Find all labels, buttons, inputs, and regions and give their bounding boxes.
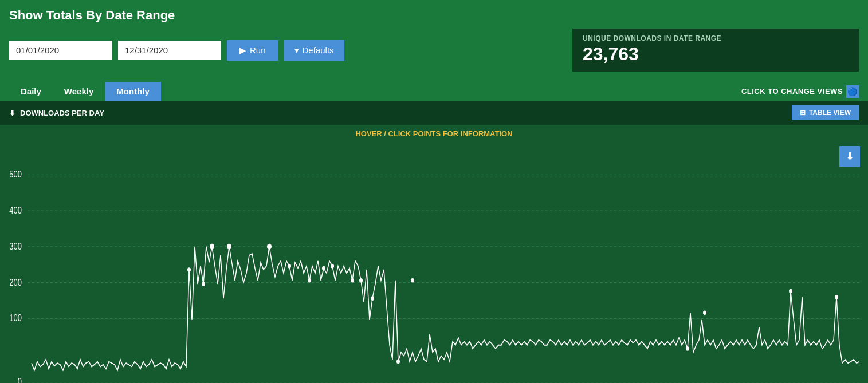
tabs-row: Daily Weekly Monthly CLICK TO CHANGE VIE… — [0, 77, 868, 101]
svg-point-31 — [322, 266, 325, 271]
chart-header: ⬇ DOWNLOADS PER DAY ⊞ TABLE VIEW — [0, 101, 868, 125]
table-view-button[interactable]: ⊞ TABLE VIEW — [792, 105, 859, 120]
run-button[interactable]: ▶ Run — [227, 40, 278, 61]
svg-point-28 — [202, 282, 205, 286]
svg-text:300: 300 — [9, 241, 22, 251]
svg-point-30 — [308, 278, 311, 283]
change-views-icon: 🔵 — [846, 85, 859, 98]
download-icon: ⬇ — [9, 109, 15, 117]
svg-text:200: 200 — [9, 277, 22, 287]
tab-monthly[interactable]: Monthly — [105, 82, 161, 101]
page-title: Show Totals By Date Range — [9, 8, 859, 23]
tabs-container: Daily Weekly Monthly — [9, 82, 161, 101]
svg-text:400: 400 — [9, 206, 22, 216]
svg-text:500: 500 — [9, 169, 22, 180]
chevron-down-icon: ▾ — [294, 45, 299, 56]
svg-point-40 — [789, 289, 792, 294]
stats-label: UNIQUE DOWNLOADS IN DATE RANGE — [583, 34, 849, 42]
svg-point-37 — [411, 278, 414, 283]
defaults-button[interactable]: ▾ Defaults — [284, 40, 344, 61]
svg-point-35 — [371, 296, 374, 301]
change-views-label: CLICK TO CHANGE VIEWS — [741, 87, 843, 96]
svg-point-32 — [331, 264, 334, 269]
svg-point-29 — [288, 264, 291, 269]
chart-download-button[interactable]: ⬇ — [839, 146, 860, 167]
date-from-input[interactable] — [9, 41, 112, 60]
tab-daily[interactable]: Daily — [9, 82, 53, 101]
downloads-label: ⬇ DOWNLOADS PER DAY — [9, 109, 104, 117]
date-to-input[interactable] — [118, 41, 221, 60]
svg-text:100: 100 — [9, 313, 22, 323]
hover-hint: HOVER / CLICK POINTS FOR INFORMATION — [0, 125, 868, 140]
tab-weekly[interactable]: Weekly — [53, 82, 105, 101]
svg-point-34 — [359, 278, 363, 283]
table-icon: ⊞ — [800, 109, 806, 117]
svg-point-26 — [267, 244, 272, 250]
svg-point-27 — [187, 267, 191, 272]
stats-box: UNIQUE DOWNLOADS IN DATE RANGE 23,763 — [572, 29, 859, 72]
defaults-label: Defaults — [303, 45, 334, 55]
svg-text:0: 0 — [18, 376, 22, 383]
svg-point-25 — [227, 244, 231, 250]
run-icon: ▶ — [239, 45, 246, 56]
svg-point-33 — [351, 278, 354, 283]
stats-value: 23,763 — [583, 44, 849, 65]
svg-point-38 — [686, 346, 689, 351]
svg-point-36 — [396, 360, 400, 364]
chart-svg: .grid-line { stroke: #2a7a4a; stroke-wid… — [0, 140, 868, 383]
svg-point-24 — [210, 244, 214, 250]
change-views-button[interactable]: CLICK TO CHANGE VIEWS 🔵 — [741, 85, 859, 98]
svg-point-39 — [703, 310, 706, 315]
svg-point-41 — [835, 295, 838, 299]
run-label: Run — [250, 45, 266, 55]
chart-wrapper: HOVER / CLICK POINTS FOR INFORMATION ⬇ .… — [0, 125, 868, 383]
